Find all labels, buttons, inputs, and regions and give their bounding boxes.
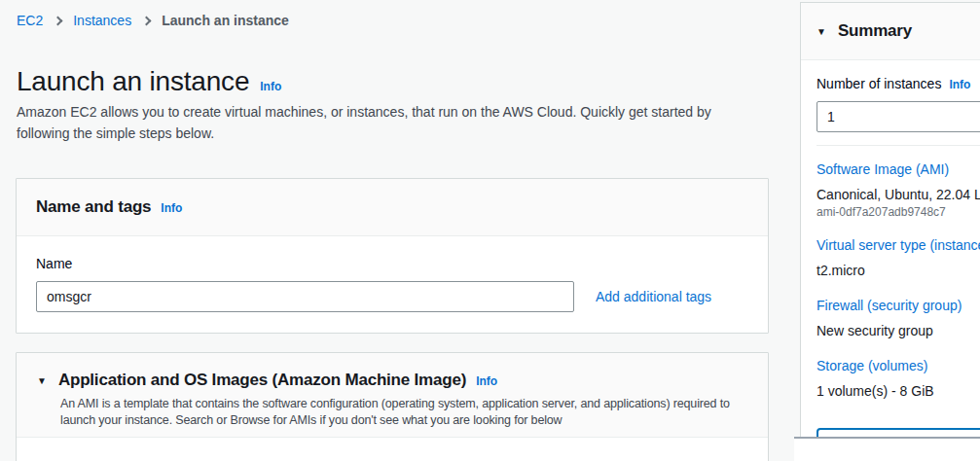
storage-volumes-link[interactable]: Storage (volumes)	[817, 356, 980, 375]
ami-id-text: ami-0df7a207adb9748c7	[817, 204, 980, 220]
breadcrumb-chevron-icon	[54, 16, 63, 25]
storage-value: 1 volume(s) - 8 GiB	[817, 381, 980, 401]
page-title: Launch an instance	[17, 66, 249, 97]
collapse-triangle-icon[interactable]: ▼	[817, 26, 826, 37]
number-of-instances-label: Number of instances	[817, 74, 941, 93]
summary-title: Summary	[838, 21, 912, 41]
summary-panel: ▼ Summary Number of instances Info Softw…	[800, 2, 980, 461]
summary-item-storage: Storage (volumes) 1 volume(s) - 8 GiB	[817, 356, 980, 401]
name-tags-card-header: Name and tags Info	[17, 179, 768, 236]
instance-type-value: t2.micro	[817, 261, 980, 280]
ami-title: Application and OS Images (Amazon Machin…	[58, 371, 466, 390]
summary-item-ami: Software Image (AMI) Canonical, Ubuntu, …	[817, 160, 980, 220]
ami-card-header[interactable]: ▼ Application and OS Images (Amazon Mach…	[17, 353, 768, 438]
name-tags-card-body: Name Add additional tags	[17, 236, 768, 334]
number-of-instances-info-link[interactable]: Info	[949, 78, 970, 91]
collapse-triangle-icon[interactable]: ▼	[37, 375, 47, 386]
firewall-link[interactable]: Firewall (security group)	[817, 296, 980, 315]
page-title-info-link[interactable]: Info	[260, 80, 281, 93]
ami-description: An AMI is a template that contains the s…	[60, 396, 753, 429]
summary-item-firewall: Firewall (security group) New security g…	[817, 296, 980, 340]
breadcrumb: EC2 Instances Launch an instance	[17, 13, 289, 28]
summary-body: Number of instances Info Software Image …	[801, 60, 980, 401]
firewall-value: New security group	[817, 321, 980, 340]
add-additional-tags-link[interactable]: Add additional tags	[596, 289, 711, 304]
ami-info-link[interactable]: Info	[476, 374, 497, 388]
name-tags-card: Name and tags Info Name Add additional t…	[16, 178, 769, 334]
breadcrumb-current: Launch an instance	[162, 13, 289, 28]
virtual-server-type-link[interactable]: Virtual server type (instance type)	[817, 235, 980, 255]
breadcrumb-chevron-icon	[142, 16, 152, 25]
name-tags-info-link[interactable]: Info	[161, 201, 182, 215]
summary-footer-divider	[794, 437, 980, 461]
summary-header[interactable]: ▼ Summary	[801, 3, 980, 60]
page-description: Amazon EC2 allows you to create virtual …	[17, 101, 766, 144]
page-header: Launch an instance Info	[17, 66, 281, 97]
breadcrumb-link-instances[interactable]: Instances	[73, 13, 131, 28]
summary-item-instance-type: Virtual server type (instance type) t2.m…	[817, 235, 980, 280]
software-image-link[interactable]: Software Image (AMI)	[817, 160, 980, 179]
ami-card: ▼ Application and OS Images (Amazon Mach…	[16, 352, 769, 461]
summary-divider	[817, 145, 980, 146]
name-tags-title: Name and tags	[36, 197, 151, 217]
name-input[interactable]	[36, 281, 574, 312]
breadcrumb-link-ec2[interactable]: EC2	[17, 13, 43, 28]
name-label: Name	[36, 256, 72, 271]
software-image-value: Canonical, Ubuntu, 22.04 LTS	[817, 185, 980, 204]
ami-card-body	[17, 438, 768, 461]
number-of-instances-input[interactable]	[817, 101, 980, 132]
